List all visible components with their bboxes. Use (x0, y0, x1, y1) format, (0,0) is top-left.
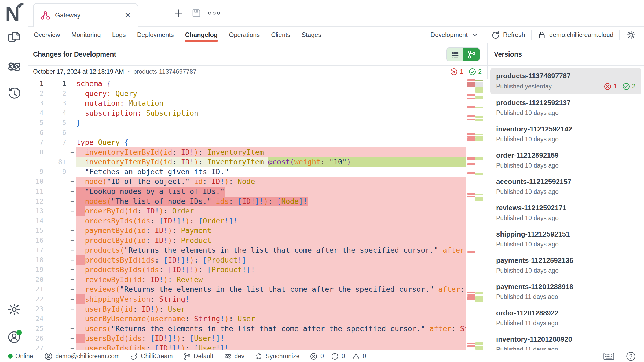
minimap-addition-mark (475, 346, 483, 350)
minimap-addition-mark (475, 116, 483, 118)
organization-item[interactable]: ChilliCream (130, 352, 173, 360)
view-toggle (446, 47, 480, 61)
minimap-addition-mark (475, 342, 483, 345)
more-options-icon[interactable] (207, 6, 221, 20)
environment-select[interactable]: Development (430, 31, 479, 39)
settings-gear-icon[interactable] (7, 302, 21, 317)
warning-triangle-icon (352, 352, 360, 360)
minimap-addition-mark (475, 197, 483, 201)
minimap-addition-mark (475, 292, 483, 294)
left-rail: N (0, 0, 28, 350)
chilli-icon (130, 352, 138, 360)
nav-settings-gear-icon[interactable] (626, 29, 636, 40)
history-icon[interactable] (7, 86, 21, 101)
version-item[interactable]: order-11201288922Published 11 days ago (490, 305, 641, 331)
user-circle-icon (44, 352, 53, 360)
status-bar: Online demo@chillicream.com ChilliCream … (0, 350, 644, 362)
version-item[interactable]: products-11374697787Published yesterday1… (490, 68, 641, 94)
synchronize-button[interactable]: Synchronize (255, 352, 300, 360)
minimap-addition-mark (475, 119, 483, 121)
minimap-deletion-mark (467, 296, 475, 300)
keyboard-shortcuts-icon[interactable] (603, 352, 614, 361)
warning-count[interactable]: 0 (352, 352, 366, 360)
tab-stages[interactable]: Stages (296, 27, 327, 43)
minimap-deletion-mark (467, 196, 475, 197)
environment-item[interactable]: dev (224, 352, 244, 360)
additions-badge: 2 (469, 68, 482, 76)
version-name: accounts-11212592157 (496, 178, 635, 186)
tab-logs[interactable]: Logs (107, 27, 131, 43)
version-item[interactable]: products-11212592137Published 10 days ag… (490, 95, 641, 121)
versions-title: Versions (494, 50, 522, 58)
minimap-deletion-mark (467, 115, 475, 117)
atom-icon[interactable] (7, 60, 21, 74)
tab-clients[interactable]: Clients (265, 27, 296, 43)
minimap-addition-mark (475, 173, 483, 175)
online-status: Online (8, 353, 33, 360)
tab-gateway[interactable]: Gateway ✕ (33, 3, 138, 27)
minimap-deletion-mark (467, 345, 475, 347)
version-published: Published 10 days ago (496, 188, 559, 195)
save-icon[interactable] (190, 6, 203, 20)
version-published: Published yesterday (496, 83, 552, 90)
version-item[interactable]: payments-11212592135Published 10 days ag… (490, 252, 641, 278)
account-item[interactable]: demo@chillicream.com (44, 352, 119, 360)
minimap-deletion-mark (467, 163, 475, 164)
error-count[interactable]: 0 (310, 352, 324, 360)
versions-panel: Versions products-11374697787Published y… (488, 43, 644, 350)
code-line: 10− node("ID of the object." id: ID!): N… (28, 177, 488, 187)
endpoint-link[interactable]: demo.chillicream.cloud (537, 31, 613, 39)
version-item[interactable]: shipping-11212592151Published 10 days ag… (490, 226, 641, 252)
lock-icon (537, 31, 546, 39)
tab-title: Gateway (55, 12, 80, 19)
tab-deployments[interactable]: Deployments (131, 27, 180, 43)
version-item[interactable]: payments-11201288918Published 11 days ag… (490, 279, 641, 305)
divider (485, 30, 485, 40)
minimap-addition-mark (475, 82, 483, 87)
minimap-addition-mark (475, 80, 483, 81)
version-item[interactable]: accounts-11212592157Published 10 days ag… (490, 173, 641, 200)
minimap-deletion-mark (467, 133, 475, 135)
minimap-deletion-mark (467, 292, 475, 293)
tab-monitoring[interactable]: Monitoring (66, 27, 107, 43)
version-item[interactable]: inventory-11212592142Published 10 days a… (490, 121, 641, 147)
list-view-button[interactable] (447, 48, 463, 61)
help-icon[interactable] (626, 351, 636, 361)
version-item[interactable]: reviews-11212592171Published 10 days ago (490, 200, 641, 226)
tab-changelog[interactable]: Changelog (180, 27, 223, 43)
code-line: 55} (28, 118, 488, 128)
code-line: 77type Query { (28, 138, 488, 147)
code-line: 44 subscription: Subscription (28, 108, 488, 118)
workspace-item[interactable]: Default (183, 352, 213, 360)
version-name: reviews-11212592171 (496, 204, 635, 212)
diff-view-button[interactable] (463, 48, 480, 61)
new-tab-button[interactable] (172, 6, 185, 20)
minimap-addition-mark (475, 107, 483, 108)
code-line: 17− products("Returns the elements in th… (28, 245, 488, 255)
version-published: Published 10 days ago (496, 109, 559, 117)
version-name: inventory-11201288920 (496, 335, 635, 343)
nitro-logo: N (4, 3, 24, 24)
changeset-version: products-11374697787 (133, 68, 196, 75)
code-line: 27− usersByIds(ids: [ID!]!): [User!]! (28, 343, 488, 350)
version-item[interactable]: inventory-11201288920Published 11 days a… (490, 331, 641, 350)
minimap-deletion-mark (467, 94, 475, 96)
version-name: inventory-11212592142 (496, 125, 635, 133)
minimap-deletion-mark (467, 98, 475, 99)
version-published: Published 10 days ago (496, 162, 559, 169)
divider (619, 30, 620, 40)
minimap-addition-mark (475, 157, 483, 160)
tab-operations[interactable]: Operations (223, 27, 265, 43)
code-line: 23− userById(id: ID!): User (28, 304, 488, 314)
close-tab-icon[interactable]: ✕ (125, 11, 131, 20)
tab-overview[interactable]: Overview (28, 27, 66, 43)
info-count[interactable]: 0 (331, 352, 345, 360)
version-name: order-11201288922 (496, 309, 635, 317)
code-line: 15− paymentById(id: ID!): Payment (28, 226, 488, 236)
online-dot (8, 354, 13, 359)
refresh-button[interactable]: Refresh (491, 31, 525, 39)
version-item[interactable]: order-11212592159Published 10 days ago (490, 147, 641, 173)
diff-minimap[interactable] (467, 79, 484, 350)
avatar[interactable] (7, 329, 21, 344)
documents-icon[interactable] (7, 30, 21, 45)
